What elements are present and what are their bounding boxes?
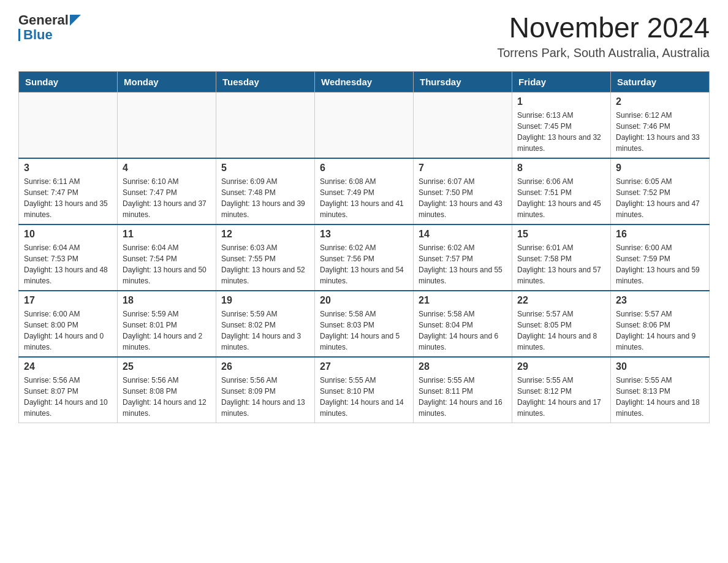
table-row: 7Sunrise: 6:07 AMSunset: 7:50 PMDaylight… (414, 158, 512, 224)
day-number: 3 (24, 163, 112, 174)
day-number: 1 (517, 96, 605, 107)
day-number: 7 (419, 163, 507, 174)
day-number: 20 (320, 295, 408, 306)
table-row: 25Sunrise: 5:56 AMSunset: 8:08 PMDayligh… (118, 357, 216, 423)
day-number: 27 (320, 361, 408, 372)
day-number: 4 (123, 163, 211, 174)
day-info: Sunrise: 5:56 AMSunset: 8:08 PMDaylight:… (123, 375, 211, 419)
day-number: 23 (616, 295, 704, 306)
day-info: Sunrise: 6:02 AMSunset: 7:57 PMDaylight:… (419, 242, 507, 286)
day-number: 13 (320, 229, 408, 240)
calendar-week-row: 1Sunrise: 6:13 AMSunset: 7:45 PMDaylight… (19, 92, 710, 158)
day-info: Sunrise: 6:05 AMSunset: 7:52 PMDaylight:… (616, 176, 704, 220)
day-number: 11 (123, 229, 211, 240)
day-info: Sunrise: 6:04 AMSunset: 7:53 PMDaylight:… (24, 242, 112, 286)
day-info: Sunrise: 5:59 AMSunset: 8:02 PMDaylight:… (221, 308, 309, 353)
table-row: 28Sunrise: 5:55 AMSunset: 8:11 PMDayligh… (414, 357, 512, 423)
day-number: 16 (616, 229, 704, 240)
table-row: 10Sunrise: 6:04 AMSunset: 7:53 PMDayligh… (19, 224, 118, 291)
day-number: 26 (221, 361, 309, 372)
day-number: 9 (616, 163, 704, 174)
day-number: 18 (123, 295, 211, 306)
calendar-subtitle: Torrens Park, South Australia, Australia (497, 46, 710, 60)
table-row (118, 92, 216, 158)
day-info: Sunrise: 5:57 AMSunset: 8:05 PMDaylight:… (517, 308, 605, 353)
day-info: Sunrise: 6:01 AMSunset: 7:58 PMDaylight:… (517, 242, 605, 286)
table-row: 20Sunrise: 5:58 AMSunset: 8:03 PMDayligh… (315, 291, 414, 357)
table-row: 22Sunrise: 5:57 AMSunset: 8:05 PMDayligh… (512, 291, 611, 357)
day-info: Sunrise: 6:03 AMSunset: 7:55 PMDaylight:… (221, 242, 309, 286)
table-row (315, 92, 414, 158)
day-number: 6 (320, 163, 408, 174)
table-row: 2Sunrise: 6:12 AMSunset: 7:46 PMDaylight… (611, 92, 710, 158)
day-info: Sunrise: 5:55 AMSunset: 8:13 PMDaylight:… (616, 375, 704, 419)
logo-blue-text: Blue (23, 27, 53, 43)
header-saturday: Saturday (611, 71, 710, 92)
table-row: 3Sunrise: 6:11 AMSunset: 7:47 PMDaylight… (19, 158, 118, 224)
table-row: 11Sunrise: 6:04 AMSunset: 7:54 PMDayligh… (118, 224, 216, 291)
day-info: Sunrise: 5:56 AMSunset: 8:07 PMDaylight:… (24, 375, 112, 419)
day-info: Sunrise: 5:56 AMSunset: 8:09 PMDaylight:… (221, 375, 309, 419)
day-info: Sunrise: 5:55 AMSunset: 8:11 PMDaylight:… (419, 375, 507, 419)
header-wednesday: Wednesday (315, 71, 414, 92)
day-info: Sunrise: 6:10 AMSunset: 7:47 PMDaylight:… (123, 176, 211, 220)
day-number: 8 (517, 163, 605, 174)
day-info: Sunrise: 6:04 AMSunset: 7:54 PMDaylight:… (123, 242, 211, 286)
day-info: Sunrise: 6:07 AMSunset: 7:50 PMDaylight:… (419, 176, 507, 220)
table-row: 17Sunrise: 6:00 AMSunset: 8:00 PMDayligh… (19, 291, 118, 357)
logo: General Blue (18, 12, 81, 43)
day-info: Sunrise: 5:58 AMSunset: 8:03 PMDaylight:… (320, 308, 408, 353)
calendar-title: November 2024 (497, 12, 710, 44)
table-row: 8Sunrise: 6:06 AMSunset: 7:51 PMDaylight… (512, 158, 611, 224)
header-thursday: Thursday (414, 71, 512, 92)
day-number: 29 (517, 361, 605, 372)
day-info: Sunrise: 5:57 AMSunset: 8:06 PMDaylight:… (616, 308, 704, 353)
header: General Blue November 2024 Torrens Park,… (18, 12, 710, 60)
table-row: 1Sunrise: 6:13 AMSunset: 7:45 PMDaylight… (512, 92, 611, 158)
table-row: 26Sunrise: 5:56 AMSunset: 8:09 PMDayligh… (216, 357, 315, 423)
header-tuesday: Tuesday (216, 71, 315, 92)
table-row: 21Sunrise: 5:58 AMSunset: 8:04 PMDayligh… (414, 291, 512, 357)
table-row: 12Sunrise: 6:03 AMSunset: 7:55 PMDayligh… (216, 224, 315, 291)
day-info: Sunrise: 5:55 AMSunset: 8:12 PMDaylight:… (517, 375, 605, 419)
table-row: 30Sunrise: 5:55 AMSunset: 8:13 PMDayligh… (611, 357, 710, 423)
day-info: Sunrise: 6:02 AMSunset: 7:56 PMDaylight:… (320, 242, 408, 286)
day-number: 15 (517, 229, 605, 240)
logo-arrow-icon (70, 15, 81, 26)
table-row: 5Sunrise: 6:09 AMSunset: 7:48 PMDaylight… (216, 158, 315, 224)
day-info: Sunrise: 6:00 AMSunset: 8:00 PMDaylight:… (24, 308, 112, 353)
day-number: 19 (221, 295, 309, 306)
calendar-week-row: 17Sunrise: 6:00 AMSunset: 8:00 PMDayligh… (19, 291, 710, 357)
table-row: 29Sunrise: 5:55 AMSunset: 8:12 PMDayligh… (512, 357, 611, 423)
calendar-week-row: 3Sunrise: 6:11 AMSunset: 7:47 PMDaylight… (19, 158, 710, 224)
day-info: Sunrise: 6:09 AMSunset: 7:48 PMDaylight:… (221, 176, 309, 220)
svg-marker-0 (70, 15, 81, 26)
calendar-week-row: 10Sunrise: 6:04 AMSunset: 7:53 PMDayligh… (19, 224, 710, 291)
day-info: Sunrise: 6:08 AMSunset: 7:49 PMDaylight:… (320, 176, 408, 220)
day-number: 10 (24, 229, 112, 240)
table-row: 24Sunrise: 5:56 AMSunset: 8:07 PMDayligh… (19, 357, 118, 423)
table-row: 6Sunrise: 6:08 AMSunset: 7:49 PMDaylight… (315, 158, 414, 224)
calendar-table: Sunday Monday Tuesday Wednesday Thursday… (18, 71, 710, 423)
day-number: 14 (419, 229, 507, 240)
day-number: 12 (221, 229, 309, 240)
calendar-week-row: 24Sunrise: 5:56 AMSunset: 8:07 PMDayligh… (19, 357, 710, 423)
table-row (414, 92, 512, 158)
day-info: Sunrise: 6:06 AMSunset: 7:51 PMDaylight:… (517, 176, 605, 220)
table-row: 9Sunrise: 6:05 AMSunset: 7:52 PMDaylight… (611, 158, 710, 224)
day-info: Sunrise: 6:11 AMSunset: 7:47 PMDaylight:… (24, 176, 112, 220)
logo-blue-bar (18, 29, 20, 41)
day-info: Sunrise: 5:58 AMSunset: 8:04 PMDaylight:… (419, 308, 507, 353)
table-row: 16Sunrise: 6:00 AMSunset: 7:59 PMDayligh… (611, 224, 710, 291)
calendar-header-row: Sunday Monday Tuesday Wednesday Thursday… (19, 71, 710, 92)
header-sunday: Sunday (19, 71, 118, 92)
table-row: 27Sunrise: 5:55 AMSunset: 8:10 PMDayligh… (315, 357, 414, 423)
logo-general-text: General (18, 12, 69, 28)
day-info: Sunrise: 6:13 AMSunset: 7:45 PMDaylight:… (517, 110, 605, 154)
title-area: November 2024 Torrens Park, South Austra… (497, 12, 710, 60)
day-info: Sunrise: 5:59 AMSunset: 8:01 PMDaylight:… (123, 308, 211, 353)
day-info: Sunrise: 5:55 AMSunset: 8:10 PMDaylight:… (320, 375, 408, 419)
table-row: 13Sunrise: 6:02 AMSunset: 7:56 PMDayligh… (315, 224, 414, 291)
day-number: 17 (24, 295, 112, 306)
day-number: 28 (419, 361, 507, 372)
